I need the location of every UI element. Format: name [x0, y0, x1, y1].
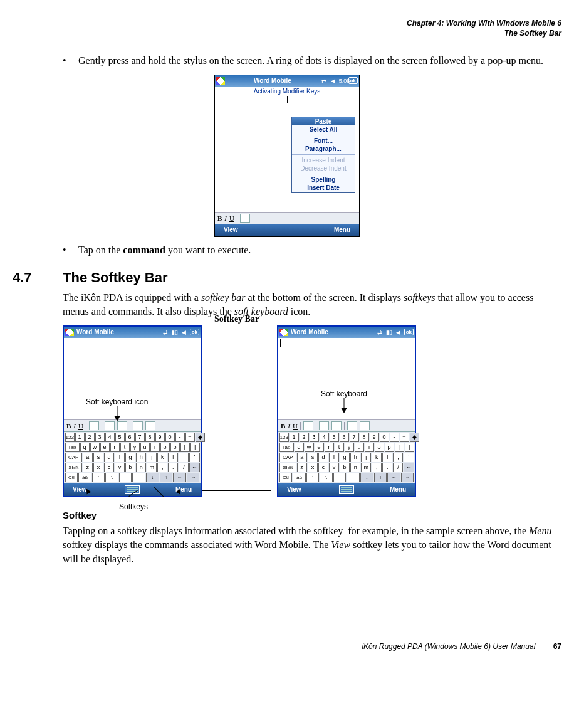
- bold-button[interactable]: B: [281, 422, 285, 430]
- keyboard-key[interactable]: n: [350, 463, 360, 472]
- keyboard-key[interactable]: h: [136, 453, 146, 462]
- keyboard-key[interactable]: p: [385, 443, 394, 452]
- keyboard-key[interactable]: ,: [372, 463, 382, 472]
- keyboard-key[interactable]: q: [295, 443, 304, 452]
- keyboard-key[interactable]: CAP: [279, 453, 296, 462]
- menu-select-all[interactable]: Select All: [292, 125, 355, 134]
- keyboard-key[interactable]: \: [105, 473, 118, 482]
- keyboard-key[interactable]: Shift: [65, 463, 82, 472]
- keyboard-key[interactable]: Tab: [279, 443, 294, 452]
- keyboard-key[interactable]: ←: [173, 473, 186, 482]
- keyboard-key[interactable]: 123: [279, 433, 289, 442]
- indent-icon[interactable]: [360, 421, 370, 430]
- keyboard-key[interactable]: [: [180, 443, 190, 452]
- keyboard-key[interactable]: x: [308, 463, 318, 472]
- keyboard-key[interactable]: [132, 473, 145, 482]
- keyboard-key[interactable]: Ctl: [65, 473, 78, 482]
- align-icon[interactable]: [303, 421, 313, 430]
- bullets-icon[interactable]: [105, 421, 115, 430]
- keyboard-key[interactable]: w: [90, 443, 100, 452]
- keyboard-key[interactable]: ←: [189, 463, 199, 472]
- keyboard-key[interactable]: 4: [105, 433, 115, 442]
- ok-button[interactable]: ok: [348, 77, 358, 84]
- keyboard-key[interactable]: m: [147, 463, 157, 472]
- keyboard-key[interactable]: Ctl: [279, 473, 293, 482]
- bold-button[interactable]: B: [217, 214, 222, 222]
- keyboard-key[interactable]: 7: [135, 433, 145, 442]
- keyboard-key[interactable]: =: [185, 433, 195, 442]
- keyboard-key[interactable]: a: [83, 453, 93, 462]
- keyboard-key[interactable]: z: [83, 463, 93, 472]
- softkey-menu[interactable]: Menu: [334, 226, 350, 233]
- keyboard-key[interactable]: 0: [165, 433, 175, 442]
- keyboard-key[interactable]: u: [355, 443, 364, 452]
- keyboard-key[interactable]: r: [110, 443, 120, 452]
- align-icon[interactable]: [240, 214, 250, 223]
- keyboard-key[interactable]: `: [306, 473, 320, 482]
- keyboard-key[interactable]: o: [375, 443, 384, 452]
- keyboard-key[interactable]: 2: [300, 433, 309, 442]
- keyboard-key[interactable]: u: [140, 443, 150, 452]
- keyboard-key[interactable]: z: [297, 463, 307, 472]
- keyboard-key[interactable]: 6: [340, 433, 349, 442]
- keyboard-key[interactable]: 5: [115, 433, 125, 442]
- keyboard-key[interactable]: ↓: [360, 473, 373, 482]
- start-flag-icon[interactable]: [65, 329, 74, 336]
- menu-insert-date[interactable]: Insert Date: [292, 184, 355, 192]
- keyboard-key[interactable]: d: [104, 453, 114, 462]
- indent-icon[interactable]: [145, 421, 155, 430]
- keyboard-key[interactable]: ◆: [410, 433, 419, 442]
- keyboard-key[interactable]: w: [305, 443, 314, 452]
- keyboard-key[interactable]: áü: [293, 473, 306, 482]
- start-flag-icon[interactable]: [279, 329, 288, 336]
- list-icon[interactable]: [117, 421, 127, 430]
- keyboard-key[interactable]: b: [125, 463, 135, 472]
- keyboard-key[interactable]: 123: [65, 433, 75, 442]
- keyboard-key[interactable]: t: [335, 443, 344, 452]
- keyboard-key[interactable]: 3: [95, 433, 105, 442]
- keyboard-key[interactable]: d: [318, 453, 328, 462]
- italic-button[interactable]: I: [224, 214, 227, 222]
- keyboard-key[interactable]: 3: [310, 433, 319, 442]
- keyboard-key[interactable]: Shift: [279, 463, 296, 472]
- keyboard-key[interactable]: q: [80, 443, 90, 452]
- keyboard-key[interactable]: CAP: [65, 453, 82, 462]
- keyboard-key[interactable]: c: [104, 463, 114, 472]
- keyboard-key[interactable]: →: [187, 473, 200, 482]
- keyboard-key[interactable]: m: [361, 463, 371, 472]
- keyboard-key[interactable]: p: [170, 443, 180, 452]
- keyboard-key[interactable]: 8: [360, 433, 369, 442]
- keyboard-key[interactable]: 2: [85, 433, 95, 442]
- keyboard-key[interactable]: i: [150, 443, 160, 452]
- keyboard-key[interactable]: 5: [330, 433, 339, 442]
- soft-keyboard-icon[interactable]: [339, 485, 354, 494]
- keyboard-key[interactable]: l: [168, 453, 178, 462]
- keyboard-key[interactable]: h: [350, 453, 360, 462]
- keyboard-key[interactable]: a: [297, 453, 307, 462]
- keyboard-key[interactable]: /: [393, 463, 403, 472]
- keyboard-key[interactable]: Tab: [65, 443, 80, 452]
- keyboard-key[interactable]: [: [395, 443, 404, 452]
- keyboard-key[interactable]: y: [130, 443, 140, 452]
- keyboard-key[interactable]: /: [179, 463, 189, 472]
- keyboard-key[interactable]: v: [115, 463, 125, 472]
- keyboard-key[interactable]: -: [175, 433, 185, 442]
- keyboard-key[interactable]: \: [320, 473, 333, 482]
- keyboard-key[interactable]: n: [136, 463, 146, 472]
- keyboard-key[interactable]: [347, 473, 360, 482]
- keyboard-key[interactable]: e: [100, 443, 110, 452]
- keyboard-key[interactable]: c: [318, 463, 328, 472]
- keyboard-key[interactable]: [333, 473, 347, 482]
- keyboard-key[interactable]: ↑: [160, 473, 173, 482]
- keyboard-key[interactable]: g: [125, 453, 135, 462]
- keyboard-key[interactable]: ]: [190, 443, 200, 452]
- keyboard-key[interactable]: k: [157, 453, 167, 462]
- keyboard-key[interactable]: b: [340, 463, 350, 472]
- keyboard-key[interactable]: r: [325, 443, 334, 452]
- bullets-icon[interactable]: [319, 421, 329, 430]
- underline-button[interactable]: U: [78, 422, 83, 430]
- keyboard-key[interactable]: o: [160, 443, 170, 452]
- keyboard-key[interactable]: t: [120, 443, 130, 452]
- keyboard-key[interactable]: áü: [78, 473, 91, 482]
- keyboard-key[interactable]: ↓: [146, 473, 159, 482]
